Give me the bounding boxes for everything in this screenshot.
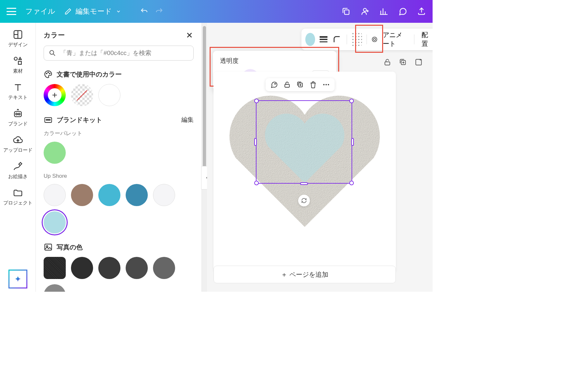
resize-handle-br[interactable]	[349, 181, 354, 185]
brand-palette-row	[44, 142, 194, 164]
add-color-button[interactable]	[44, 84, 66, 106]
color-panel: カラー 文書で使用中のカラー ブランドキット 編集 カラーパレット Up Sho…	[36, 23, 202, 292]
color-swatch[interactable]	[44, 211, 66, 233]
color-swatch[interactable]	[44, 142, 66, 164]
resize-handle-tr[interactable]	[349, 99, 354, 103]
svg-point-7	[18, 113, 20, 115]
color-swatch[interactable]	[98, 257, 120, 279]
comment-icon[interactable]	[398, 7, 407, 16]
color-swatch[interactable]	[44, 284, 66, 292]
svg-rect-24	[385, 62, 390, 65]
lock-icon[interactable]	[383, 58, 392, 66]
add-user-icon[interactable]	[360, 7, 369, 16]
color-swatch[interactable]	[98, 184, 120, 206]
canvas-area[interactable]: アニメート 配置 透明度 35	[207, 23, 433, 292]
main-area: デザイン 素材 テキスト ブランド アップロード お絵描き プロジェクト ✦	[0, 23, 433, 292]
svg-point-1	[363, 8, 366, 11]
transparency-button[interactable]	[352, 32, 362, 47]
rail-projects[interactable]: プロジェクト	[3, 188, 33, 206]
resize-handle-tl[interactable]	[254, 99, 259, 103]
color-search[interactable]	[44, 46, 194, 61]
file-menu[interactable]: ファイル	[25, 7, 55, 16]
color-swatch[interactable]	[44, 184, 66, 206]
edit-brandkit-link[interactable]: 編集	[181, 116, 194, 124]
resize-handle-ml[interactable]	[254, 138, 257, 146]
panel-scrollbar[interactable]	[202, 23, 207, 292]
magic-button[interactable]: ✦	[8, 270, 27, 288]
animate-button[interactable]: アニメート	[380, 31, 409, 48]
scrollbar-thumb[interactable]	[203, 26, 206, 182]
layout-icon	[13, 29, 23, 40]
rail-brand[interactable]: ブランド	[8, 108, 28, 127]
canvas-page[interactable]	[214, 72, 396, 272]
lines-icon	[319, 36, 328, 43]
color-swatch[interactable]	[153, 184, 175, 206]
rail-label: 素材	[13, 68, 23, 74]
svg-point-21	[372, 37, 377, 42]
menu-button[interactable]	[7, 8, 16, 15]
transparent-swatch[interactable]	[71, 84, 93, 106]
add-page-label: ＋ ページを追加	[281, 270, 328, 279]
svg-point-22	[373, 38, 375, 40]
svg-point-15	[49, 119, 50, 120]
share-icon[interactable]	[417, 7, 426, 16]
brand-kit-head: ブランドキット 編集	[44, 115, 194, 124]
lock-icon[interactable]	[283, 81, 291, 89]
border-style-button[interactable]	[318, 32, 329, 47]
svg-rect-4	[18, 61, 21, 64]
svg-point-31	[328, 84, 329, 85]
duplicate-icon[interactable]	[296, 81, 304, 89]
color-swatch[interactable]	[153, 257, 175, 279]
corner-icon	[333, 35, 341, 44]
comment-add-icon[interactable]	[270, 81, 278, 89]
undo-redo-group	[140, 7, 163, 16]
fill-color-button[interactable]	[305, 33, 315, 46]
rail-label: プロジェクト	[3, 200, 33, 206]
svg-point-14	[48, 119, 49, 120]
color-swatch[interactable]	[71, 184, 93, 206]
search-input[interactable]	[60, 49, 189, 57]
palette-label: カラーパレット	[44, 130, 194, 137]
svg-point-13	[46, 119, 48, 120]
color-swatch-white[interactable]	[98, 84, 120, 106]
rail-text[interactable]: テキスト	[8, 82, 28, 101]
svg-point-8	[50, 50, 54, 54]
search-icon	[48, 49, 56, 57]
add-page-button[interactable]: ＋ ページを追加	[214, 266, 396, 283]
duplicate-page-icon[interactable]	[399, 58, 407, 66]
more-icon[interactable]	[322, 81, 330, 89]
analytics-icon[interactable]	[379, 7, 388, 16]
color-swatch[interactable]	[126, 184, 148, 206]
resize-handle-bl[interactable]	[254, 181, 259, 185]
add-page-icon[interactable]	[414, 58, 423, 66]
close-button[interactable]	[185, 31, 194, 39]
color-swatch[interactable]	[126, 257, 148, 279]
undo-button[interactable]	[140, 7, 148, 16]
top-bar: ファイル 編集モード	[0, 0, 433, 23]
position-button[interactable]: 配置	[419, 31, 433, 48]
resize-handle-mr[interactable]	[351, 138, 354, 146]
image-icon	[44, 243, 53, 252]
rail-elements[interactable]: 素材	[13, 56, 23, 74]
section-title: 写真の色	[57, 243, 194, 252]
selection-box[interactable]	[256, 100, 352, 184]
svg-point-30	[326, 84, 327, 85]
topbar-left: ファイル 編集モード	[7, 7, 341, 16]
sidebar-rail: デザイン 素材 テキスト ブランド アップロード お絵描き プロジェクト ✦	[0, 23, 36, 292]
rail-design[interactable]: デザイン	[8, 29, 28, 48]
rail-label: ブランド	[8, 121, 28, 127]
rail-upload[interactable]: アップロード	[3, 135, 33, 153]
resize-handle-mb[interactable]	[300, 182, 308, 185]
transparency-label: 透明度	[220, 57, 329, 65]
copy-icon[interactable]	[341, 7, 351, 16]
page-tools	[383, 58, 423, 66]
rail-draw[interactable]: お絵描き	[8, 161, 28, 180]
redo-button[interactable]	[155, 7, 163, 16]
color-swatch[interactable]	[71, 257, 93, 279]
rotate-handle[interactable]	[298, 195, 310, 206]
color-swatch[interactable]	[44, 257, 66, 279]
delete-icon[interactable]	[309, 81, 317, 89]
corner-radius-button[interactable]	[331, 32, 342, 47]
edit-mode-dropdown[interactable]: 編集モード	[64, 7, 121, 16]
separator	[347, 35, 347, 44]
